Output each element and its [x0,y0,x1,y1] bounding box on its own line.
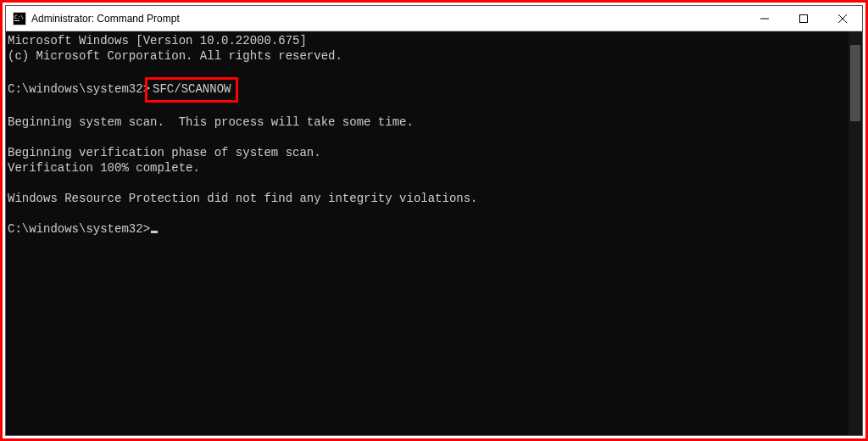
output-line: Beginning verification phase of system s… [8,146,321,159]
svg-line-7 [838,14,847,23]
highlighted-command: SFC/SCANNOW [145,77,238,103]
cmd-icon: C:\ [13,12,26,25]
os-version-line: Microsoft Windows [Version 10.0.22000.67… [8,34,307,47]
svg-rect-5 [800,14,808,22]
output-line: Verification 100% complete. [8,161,200,175]
terminal-area: Microsoft Windows [Version 10.0.22000.67… [6,31,862,435]
terminal-output[interactable]: Microsoft Windows [Version 10.0.22000.67… [6,31,849,435]
entered-command: SFC/SCANNOW [153,82,231,96]
svg-line-6 [838,14,847,23]
output-line: Beginning system scan. This process will… [8,115,414,129]
svg-rect-4 [760,18,769,19]
annotation-frame: C:\ Administrator: Command Prompt [0,0,868,441]
svg-text:C:\: C:\ [14,14,24,20]
window-controls [745,6,862,31]
close-button[interactable] [823,6,862,31]
title-left: C:\ Administrator: Command Prompt [6,12,745,25]
window-title: Administrator: Command Prompt [31,13,180,25]
command-prompt-window: C:\ Administrator: Command Prompt [5,5,863,436]
maximize-button[interactable] [784,6,823,31]
vertical-scrollbar[interactable] [849,31,862,435]
titlebar[interactable]: C:\ Administrator: Command Prompt [6,6,862,31]
cursor-icon [151,231,158,233]
prompt-path: C:\windows\system32> [8,222,150,236]
output-line: Windows Resource Protection did not find… [8,192,478,205]
prompt-path: C:\windows\system32> [8,82,150,96]
copyright-line: (c) Microsoft Corporation. All rights re… [8,49,342,63]
scroll-thumb[interactable] [850,45,860,121]
minimize-button[interactable] [745,6,784,31]
svg-rect-3 [14,20,19,21]
